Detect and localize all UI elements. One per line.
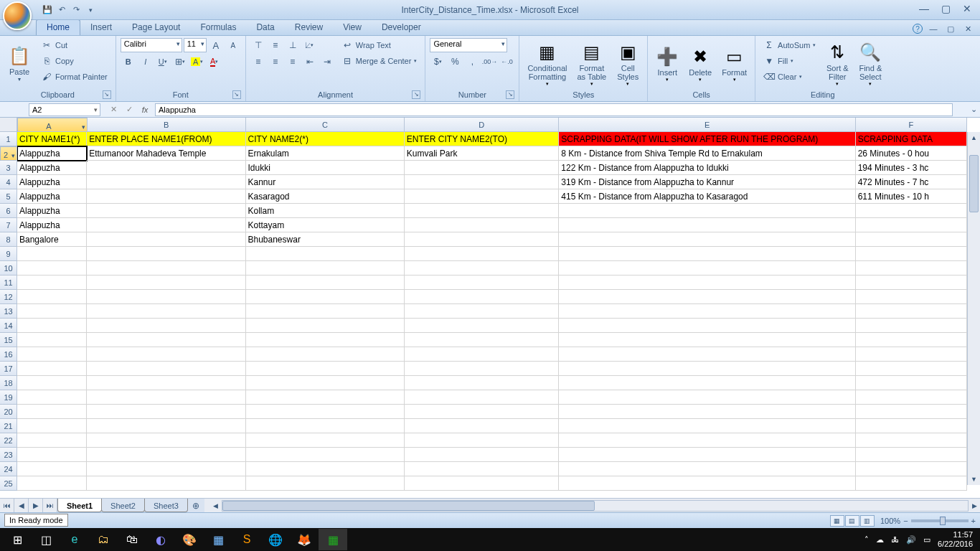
cell-C18[interactable] xyxy=(246,376,405,390)
cell-D10[interactable] xyxy=(405,261,560,276)
autosum-button[interactable]: ΣAutoSum▾ xyxy=(760,38,819,52)
cell-F16[interactable] xyxy=(856,347,967,362)
cell-E10[interactable] xyxy=(559,261,855,276)
cell-E4[interactable]: 319 Km - Distance from Alappuzha to Kann… xyxy=(559,175,855,189)
row-header-3[interactable]: 3 xyxy=(0,161,17,175)
cell-A21[interactable] xyxy=(17,419,87,433)
firefox-icon[interactable]: 🦊 xyxy=(290,529,319,550)
cell-E9[interactable] xyxy=(559,247,855,261)
start-button[interactable]: ⊞ xyxy=(3,529,32,550)
cell-A25[interactable] xyxy=(17,476,87,491)
tab-page-layout[interactable]: Page Layout xyxy=(122,20,190,35)
sheet-tab-3[interactable]: Sheet3 xyxy=(144,499,188,512)
cell-B5[interactable] xyxy=(87,189,245,204)
cell-A2[interactable]: Alappuzha xyxy=(17,146,87,161)
row-header-9[interactable]: 9 xyxy=(0,247,17,261)
cell-A20[interactable] xyxy=(17,405,87,419)
cell-E21[interactable] xyxy=(559,419,855,433)
conditional-formatting-button[interactable]: ▦Conditional Formatting▾ xyxy=(524,38,570,89)
cell-B22[interactable] xyxy=(87,433,245,448)
col-header-C[interactable]: C xyxy=(246,118,405,132)
row-header-11[interactable]: 11 xyxy=(0,276,17,290)
row-header-23[interactable]: 23 xyxy=(0,448,17,462)
cell-F2[interactable]: 26 Minutes - 0 hou xyxy=(856,146,967,161)
cell-D5[interactable] xyxy=(405,189,560,204)
percent-format-icon[interactable]: % xyxy=(447,55,463,69)
align-left-icon[interactable]: ≡ xyxy=(250,55,266,69)
page-break-view-icon[interactable]: ▥ xyxy=(860,515,875,527)
cell-B12[interactable] xyxy=(87,290,245,304)
cell-C21[interactable] xyxy=(246,419,405,433)
enter-formula-icon[interactable]: ✓ xyxy=(122,103,136,116)
cut-button[interactable]: ✂Cut xyxy=(37,38,111,52)
font-name-select[interactable]: Calibri xyxy=(121,38,182,52)
cell-E23[interactable] xyxy=(559,448,855,462)
onedrive-icon[interactable]: ☁ xyxy=(876,535,884,545)
col-header-D[interactable]: D xyxy=(405,118,559,132)
sheet-next-icon[interactable]: ▶ xyxy=(29,499,43,512)
cell-D20[interactable] xyxy=(405,405,560,419)
cell-A22[interactable] xyxy=(17,433,87,448)
cell-A5[interactable]: Alappuzha xyxy=(17,189,87,204)
clear-button[interactable]: ⌫Clear▾ xyxy=(760,70,819,84)
align-middle-icon[interactable]: ≡ xyxy=(268,38,283,52)
cell-F19[interactable] xyxy=(856,390,967,405)
cell-A18[interactable] xyxy=(17,376,87,390)
row-header-7[interactable]: 7 xyxy=(0,218,17,232)
cell-B18[interactable] xyxy=(87,376,245,390)
cell-E22[interactable] xyxy=(559,433,855,448)
sheet-tab-1[interactable]: Sheet1 xyxy=(57,499,102,512)
decrease-indent-icon[interactable]: ⇤ xyxy=(302,55,318,69)
clock[interactable]: 11:57 6/22/2016 xyxy=(938,530,973,549)
cell-B20[interactable] xyxy=(87,405,245,419)
cell-F12[interactable] xyxy=(856,290,967,304)
row-header-8[interactable]: 8 xyxy=(0,232,17,247)
cell-E25[interactable] xyxy=(559,476,855,491)
paste-button[interactable]: 📋 Paste ▾ xyxy=(4,38,34,89)
delete-cells-button[interactable]: ✖Delete▾ xyxy=(685,38,715,89)
cell-D16[interactable] xyxy=(405,347,560,362)
format-as-table-button[interactable]: ▤Format as Table▾ xyxy=(573,38,610,89)
insert-cells-button[interactable]: ➕Insert▾ xyxy=(652,38,682,89)
cell-C10[interactable] xyxy=(246,261,405,276)
tab-review[interactable]: Review xyxy=(285,20,333,35)
row-header-20[interactable]: 20 xyxy=(0,405,17,419)
row-header-22[interactable]: 22 xyxy=(0,433,17,448)
cell-B17[interactable] xyxy=(87,362,245,376)
cell-E17[interactable] xyxy=(559,362,855,376)
cell-F25[interactable] xyxy=(856,476,967,491)
row-header-16[interactable]: 16 xyxy=(0,347,17,362)
col-header-B[interactable]: B xyxy=(88,118,246,132)
cell-A8[interactable]: Bangalore xyxy=(17,232,87,247)
row-header-25[interactable]: 25 xyxy=(0,476,17,491)
cell-F23[interactable] xyxy=(856,448,967,462)
cell-C24[interactable] xyxy=(246,462,405,476)
cells-area[interactable]: CITY NAME1(*)ENTER PLACE NAME1(FROM)CITY… xyxy=(17,132,967,485)
cell-D13[interactable] xyxy=(405,304,560,319)
tab-data[interactable]: Data xyxy=(246,20,284,35)
row-header-6[interactable]: 6 xyxy=(0,204,17,218)
cell-F17[interactable] xyxy=(856,362,967,376)
cell-C16[interactable] xyxy=(246,347,405,362)
cell-C15[interactable] xyxy=(246,333,405,347)
cell-D23[interactable] xyxy=(405,448,560,462)
zoom-out-icon[interactable]: − xyxy=(903,517,908,525)
page-layout-view-icon[interactable]: ▤ xyxy=(845,515,859,527)
number-format-select[interactable]: General xyxy=(430,38,507,52)
cell-D8[interactable] xyxy=(405,232,560,247)
fill-button[interactable]: ▼Fill▾ xyxy=(760,54,819,68)
cell-C8[interactable]: Bhubaneswar xyxy=(246,232,405,247)
ribbon-minimize-icon[interactable]: — xyxy=(927,22,940,35)
cell-F7[interactable] xyxy=(856,218,967,232)
cell-C11[interactable] xyxy=(246,276,405,290)
cell-E3[interactable]: 122 Km - Distance from Alappuzha to Iduk… xyxy=(559,161,855,175)
cell-D6[interactable] xyxy=(405,204,560,218)
formula-input[interactable]: Alappuzha xyxy=(155,103,953,116)
network-icon[interactable]: 🖧 xyxy=(891,535,899,544)
find-select-button[interactable]: 🔍Find & Select▾ xyxy=(855,38,885,89)
cell-D22[interactable] xyxy=(405,433,560,448)
cell-F18[interactable] xyxy=(856,376,967,390)
cell-B10[interactable] xyxy=(87,261,245,276)
vertical-scrollbar[interactable]: ▲ ▼ xyxy=(967,132,980,485)
cell-D25[interactable] xyxy=(405,476,560,491)
